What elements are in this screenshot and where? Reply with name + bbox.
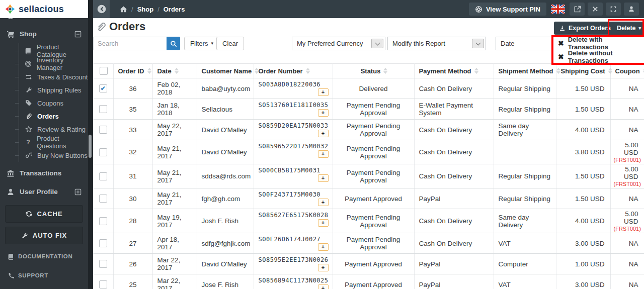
coupon-value: NA xyxy=(629,195,638,203)
sidebar-item-shop[interactable]: Shop xyxy=(0,25,88,43)
expand-order-button[interactable]: + xyxy=(318,109,329,117)
logo[interactable]: sellacious xyxy=(0,0,88,18)
expand-order-button[interactable]: + xyxy=(318,88,329,96)
expand-order-button[interactable]: + xyxy=(318,150,329,158)
order-number: SO8596522D175M0032 xyxy=(259,143,329,150)
date-cell: Mar 22, 2017 xyxy=(152,274,197,289)
sidebar-item-transactions[interactable]: Transactions xyxy=(0,164,88,182)
menu-item-delete-without-transactions[interactable]: ✖Delete without Transactions xyxy=(558,51,644,63)
home-icon[interactable] xyxy=(120,6,127,13)
sidebar-item-coupons[interactable]: Coupons xyxy=(0,97,88,110)
order-id-cell: 30 xyxy=(113,188,152,209)
row-checkbox[interactable]: ✔ xyxy=(99,84,107,92)
expand-order-button[interactable]: + xyxy=(318,130,329,137)
column-header-label: Coupon xyxy=(615,67,640,75)
order-id-cell: 28 xyxy=(113,209,152,233)
order-number: SO0F2437175M0030 xyxy=(259,191,321,198)
select-all-checkbox[interactable] xyxy=(100,67,108,75)
auto-fix-button[interactable]: AUTO FIX xyxy=(5,227,83,244)
expand-order-button[interactable]: + xyxy=(318,243,329,251)
select-value: My Preferred Currency xyxy=(297,40,363,47)
expand-order-button[interactable]: + xyxy=(318,174,329,182)
row-checkbox[interactable] xyxy=(99,195,107,203)
sidebar-item-support[interactable]: SUPPORT xyxy=(0,268,88,282)
export-orders-button[interactable]: Export Orders xyxy=(554,22,616,35)
row-checkbox[interactable] xyxy=(99,126,107,134)
shipment-method-cell: VAT xyxy=(494,274,556,289)
sidebar-scrollbar[interactable] xyxy=(89,135,92,158)
shipping-cost-cell: 1.50 USD xyxy=(556,99,610,120)
column-header-date[interactable]: Date xyxy=(152,64,197,78)
expand-order-button[interactable]: + xyxy=(318,219,329,227)
expand-order-button[interactable]: + xyxy=(318,199,329,206)
preview-site-button[interactable] xyxy=(570,3,585,16)
sidebar-item-shipping-rules[interactable]: Shipping Rules xyxy=(0,83,88,97)
column-header-order-id[interactable]: Order ID xyxy=(113,64,152,78)
status-cell: Payment Pending Approval xyxy=(333,99,414,120)
expand-order-button[interactable]: + xyxy=(318,284,329,289)
sidebar-item-product-catalogue[interactable]: Product Catalogue xyxy=(0,44,88,57)
sidebar-item-documentation[interactable]: DOCUMENTATION xyxy=(0,249,88,263)
payment-method-cell: Cash On Delivery xyxy=(414,233,494,254)
select-modify-this-report[interactable]: Modify this Report xyxy=(387,37,486,50)
order-number: SO0E26D6174J0027 xyxy=(259,236,321,243)
payment-method-cell: Cash On Delivery xyxy=(414,164,494,188)
back-button[interactable] xyxy=(93,0,110,18)
row-checkbox[interactable] xyxy=(99,239,107,247)
search-button[interactable] xyxy=(167,37,180,50)
shipping-cost-cell: 4.00 USD xyxy=(556,209,610,233)
date-cell: Apr 18, 2017 xyxy=(152,233,197,254)
cache-button[interactable]: CACHE xyxy=(5,205,83,223)
logo-text: sellacious xyxy=(19,4,64,15)
coupon-value: 5.00 USD xyxy=(624,141,638,156)
joomla-admin-button[interactable] xyxy=(588,3,603,16)
language-flag-button[interactable] xyxy=(549,3,567,16)
search-input[interactable] xyxy=(93,37,167,50)
coupon-code: (FRST001) xyxy=(614,226,638,232)
row-checkbox[interactable] xyxy=(99,105,107,113)
row-checkbox[interactable] xyxy=(99,172,107,180)
clear-button[interactable]: Clear xyxy=(216,37,244,50)
order-id-cell: 33 xyxy=(113,120,152,140)
row-checkbox[interactable] xyxy=(99,260,107,268)
sidebar-item-product-questions[interactable]: ?Product Questions xyxy=(0,136,88,149)
select-my-preferred-currency[interactable]: My Preferred Currency xyxy=(292,37,385,50)
sidebar-item-user-profile[interactable]: User Profile xyxy=(0,182,88,201)
orders-table: Order IDDateCustomer NameOrder NumberSta… xyxy=(93,63,644,289)
table-row: 30May 21, 2017fgh@gh.comSO0F2437175M0030… xyxy=(93,188,644,209)
expand-icon[interactable] xyxy=(73,188,82,196)
column-header-shipment-method[interactable]: Shipment Method xyxy=(494,64,556,78)
column-header-order-number[interactable]: Order Number xyxy=(254,64,333,78)
table-row: 31May 21, 2017sddsa@rds.comSO00CB58175M0… xyxy=(93,164,644,188)
delete-button[interactable]: Delete ▾ xyxy=(612,22,644,35)
table-row: ✔36Feb 02, 2018baba@uyty.comSO03A8D01822… xyxy=(93,78,644,99)
row-checkbox[interactable] xyxy=(99,148,107,156)
status-cell: Payment Pending Approval xyxy=(333,164,414,188)
column-header-coupon[interactable]: Coupon xyxy=(610,64,644,78)
table-row: 25Mar 22, 2017Jose F. RishSO856894C1173N… xyxy=(93,274,644,289)
column-header-shipping-cost[interactable]: Shipping Cost xyxy=(556,64,610,78)
filters-button[interactable]: Filters ▾ xyxy=(184,37,219,50)
view-support-pin-button[interactable]: View Support PIN xyxy=(469,3,546,16)
sidebar-item-taxes-discount[interactable]: Taxes & Discount xyxy=(0,70,88,83)
breadcrumb-shop[interactable]: Shop xyxy=(137,6,154,13)
customer-cell: David O'Malley xyxy=(197,140,254,164)
column-header-status[interactable]: Status xyxy=(333,64,414,78)
account-button[interactable] xyxy=(624,3,639,16)
menu-item-delete-with-transactions[interactable]: ✖Delete with Transactions xyxy=(558,37,644,50)
row-checkbox[interactable] xyxy=(99,280,107,288)
sidebar-item-buy-now-buttons[interactable]: Buy Now Buttons xyxy=(0,149,88,162)
sidebar-item-inventory-manager[interactable]: Inventory Manager xyxy=(0,57,88,70)
column-header-payment-method[interactable]: Payment Method xyxy=(414,64,494,78)
wrench-icon xyxy=(21,232,29,239)
expand-order-button[interactable]: + xyxy=(318,264,329,271)
collapse-icon[interactable] xyxy=(73,31,82,38)
fullscreen-button[interactable] xyxy=(606,3,621,16)
payment-method-cell: PayPal xyxy=(414,188,494,209)
sidebar-item-review-rating[interactable]: Review & Rating xyxy=(0,123,88,136)
row-checkbox[interactable] xyxy=(99,217,107,225)
breadcrumb-orders[interactable]: Orders xyxy=(164,6,185,13)
sidebar-item-orders[interactable]: Orders xyxy=(0,110,88,123)
sidebar: sellacious Dashboard Shop xyxy=(0,0,88,289)
column-header-customer-name[interactable]: Customer Name xyxy=(197,64,254,78)
